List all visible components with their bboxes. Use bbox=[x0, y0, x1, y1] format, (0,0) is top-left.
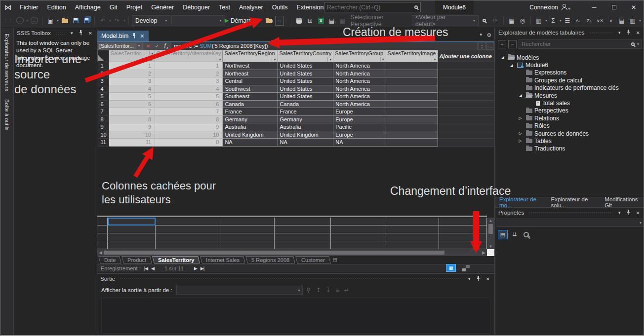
object-selector-combo[interactable]: ▾ bbox=[496, 219, 644, 227]
cell[interactable]: 11 bbox=[109, 139, 155, 147]
cell[interactable]: United States bbox=[278, 93, 333, 101]
window-position-icon[interactable]: ▾ bbox=[617, 30, 622, 35]
cell[interactable] bbox=[386, 77, 438, 85]
collapsed-arrow-icon[interactable]: ▷ bbox=[517, 131, 523, 136]
navigate-back-button[interactable]: ← bbox=[15, 15, 25, 26]
diagram-view-button[interactable] bbox=[462, 265, 470, 271]
cell[interactable]: Southeast bbox=[223, 93, 278, 101]
autosum-caret[interactable]: ▾ bbox=[560, 18, 562, 23]
table-tab-date[interactable]: Date bbox=[98, 256, 121, 263]
dock-tab-modifications-git[interactable]: Modifications Git bbox=[604, 196, 641, 208]
cell[interactable]: 4 bbox=[109, 85, 155, 93]
cell[interactable]: France bbox=[278, 108, 333, 116]
cell[interactable]: 2 bbox=[109, 70, 155, 77]
cell[interactable]: NA bbox=[223, 139, 278, 147]
selected-measure-cell[interactable] bbox=[108, 218, 156, 225]
row-number[interactable]: 1 bbox=[98, 62, 109, 70]
pin-icon[interactable] bbox=[625, 209, 632, 216]
measure-cell[interactable] bbox=[439, 225, 487, 233]
filter-button[interactable]: ⊽ bbox=[606, 15, 616, 26]
server-explorer-vertical-tab[interactable]: Explorateur de serveurs bbox=[4, 32, 10, 93]
row-number[interactable]: 10 bbox=[98, 131, 109, 139]
column-menu-caret[interactable]: ▾ bbox=[327, 57, 331, 62]
measure-cell[interactable] bbox=[156, 241, 221, 249]
toolbar-grip[interactable]: ⋮⋮ bbox=[3, 18, 13, 23]
add-column-cell[interactable] bbox=[438, 100, 494, 108]
measure-cell[interactable] bbox=[384, 225, 439, 233]
menu-generer[interactable]: Générer bbox=[147, 0, 178, 14]
tree-item-roles[interactable]: Rôles bbox=[495, 122, 644, 130]
formula-more-icon[interactable]: … bbox=[487, 43, 493, 49]
cell[interactable]: France bbox=[223, 108, 278, 116]
cell[interactable]: 1 bbox=[155, 62, 223, 70]
refresh-button[interactable]: ⟳ bbox=[490, 15, 500, 26]
measure-grid-vscrollbar[interactable]: ▲ ▼ bbox=[487, 218, 494, 249]
tree-item-sources-de-donnees[interactable]: ▷Sources de données bbox=[495, 130, 644, 137]
column-menu-caret[interactable]: ▾ bbox=[380, 57, 384, 62]
measure-cell[interactable] bbox=[331, 241, 384, 249]
word-wrap-icon[interactable]: ↵ bbox=[344, 287, 349, 294]
cell[interactable]: 10 bbox=[109, 131, 155, 139]
row-number[interactable]: 5 bbox=[98, 93, 109, 101]
start-button[interactable]: ▶ Démarrer bbox=[226, 15, 255, 26]
close-button[interactable]: ✕ bbox=[624, 0, 644, 14]
add-column-cell[interactable] bbox=[438, 62, 494, 70]
cell[interactable]: Northwest bbox=[223, 62, 278, 70]
cell[interactable]: 10 bbox=[155, 131, 223, 139]
tree-item-mesures[interactable]: ◢Mesures bbox=[495, 92, 644, 99]
cell[interactable]: 0 bbox=[155, 139, 223, 147]
alphabetical-button[interactable]: ⇊ bbox=[510, 230, 520, 239]
next-record-button[interactable]: ▶ bbox=[194, 266, 197, 271]
column-header-salesterritorycountry[interactable]: SalesTerritoryCountry▾ bbox=[278, 50, 333, 62]
last-record-button[interactable]: ▶| bbox=[201, 266, 204, 271]
measure-cell[interactable] bbox=[156, 218, 221, 225]
menu-analyser[interactable]: Analyser bbox=[235, 0, 268, 14]
measure-cell[interactable] bbox=[331, 225, 384, 233]
menu-edition[interactable]: Edition bbox=[43, 0, 71, 14]
cell[interactable]: Northeast bbox=[223, 70, 278, 77]
add-column-cell[interactable] bbox=[438, 85, 494, 93]
vscroll-thumb[interactable] bbox=[488, 224, 493, 234]
cell[interactable]: 8 bbox=[109, 115, 155, 123]
table-tab-product[interactable]: Product bbox=[121, 256, 152, 263]
unfreeze-column-button[interactable]: ▥ bbox=[628, 15, 638, 26]
expand-formula-bar-icon[interactable]: ⌄⌄ bbox=[479, 43, 485, 49]
cell[interactable]: Germany bbox=[223, 115, 278, 123]
scroll-up-icon[interactable]: ▲ bbox=[489, 218, 493, 224]
menu-outils[interactable]: Outils bbox=[268, 0, 292, 14]
cell[interactable] bbox=[386, 62, 438, 70]
cell[interactable]: Central bbox=[223, 77, 278, 85]
cell[interactable]: Europe bbox=[333, 115, 386, 123]
browse-folder-button[interactable] bbox=[264, 15, 274, 26]
measure-cell[interactable] bbox=[108, 241, 156, 249]
pin-icon[interactable] bbox=[132, 33, 136, 39]
toolbar-grip-2[interactable]: ⁞ bbox=[285, 18, 287, 23]
cell[interactable]: United States bbox=[278, 70, 333, 77]
measure-cell[interactable] bbox=[439, 233, 487, 241]
sort-desc-button[interactable]: Z↓ bbox=[584, 15, 594, 26]
toolbar-overflow[interactable]: ▾ bbox=[639, 18, 641, 23]
measure-cell[interactable] bbox=[221, 225, 275, 233]
measure-cell[interactable] bbox=[275, 233, 331, 241]
expanded-arrow-icon[interactable]: ◢ bbox=[499, 55, 506, 60]
cell[interactable]: North America bbox=[333, 93, 386, 101]
close-icon[interactable]: ✕ bbox=[635, 210, 642, 216]
table-tab-salesterritory[interactable]: SalesTerritory bbox=[152, 256, 200, 263]
cell[interactable]: 7 bbox=[155, 108, 223, 116]
cell[interactable]: 2 bbox=[155, 70, 223, 77]
cell[interactable] bbox=[386, 115, 438, 123]
measure-cell[interactable] bbox=[108, 225, 156, 233]
row-number[interactable]: 7 bbox=[98, 108, 109, 116]
close-icon[interactable]: ✕ bbox=[87, 31, 94, 36]
cell[interactable]: North America bbox=[333, 77, 386, 85]
row-number[interactable]: 9 bbox=[98, 123, 109, 131]
minimize-button[interactable]: ─ bbox=[584, 0, 604, 14]
undo-button[interactable]: ↶ bbox=[98, 15, 108, 26]
autosum-button[interactable]: Σ bbox=[548, 15, 558, 26]
column-menu-caret[interactable]: ▾ bbox=[432, 57, 436, 62]
property-pages-button[interactable] bbox=[522, 230, 531, 239]
measure-cell[interactable] bbox=[275, 218, 331, 225]
tree-item-traductions[interactable]: Traductions bbox=[495, 145, 644, 152]
measure-cell[interactable] bbox=[331, 218, 384, 225]
cell[interactable]: 5 bbox=[109, 93, 155, 101]
